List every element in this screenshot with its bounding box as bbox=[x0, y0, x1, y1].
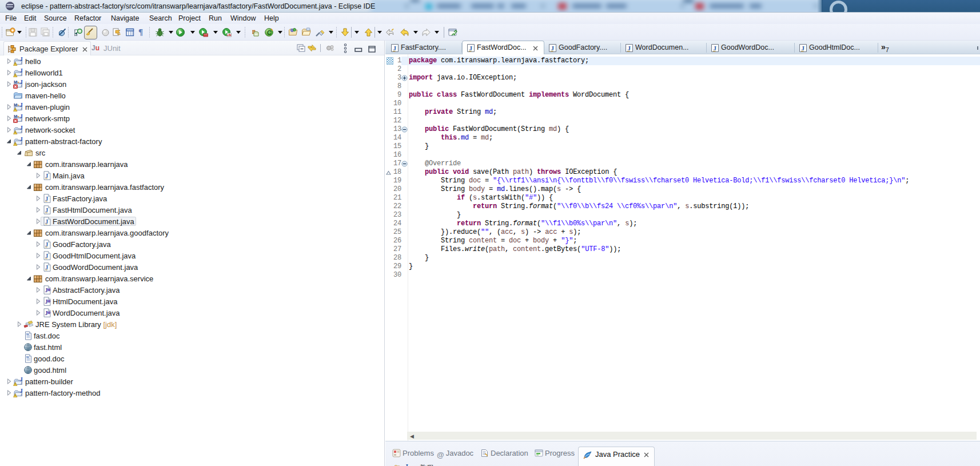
svg-text:J: J bbox=[45, 241, 48, 248]
svg-text:M: M bbox=[14, 79, 17, 85]
svg-text:J: J bbox=[469, 45, 473, 51]
svg-text:J: J bbox=[45, 287, 48, 293]
svg-text:J: J bbox=[20, 57, 23, 62]
svg-text:J: J bbox=[45, 196, 48, 202]
svg-text:J: J bbox=[20, 79, 23, 85]
svg-text:J: J bbox=[393, 45, 397, 51]
svg-text:J: J bbox=[20, 114, 23, 120]
svg-text:J: J bbox=[45, 298, 48, 305]
svg-text:J: J bbox=[45, 310, 48, 316]
svg-text:J: J bbox=[551, 45, 555, 51]
svg-text:J: J bbox=[45, 173, 48, 179]
svg-text:M: M bbox=[14, 102, 17, 107]
svg-text:C: C bbox=[267, 29, 272, 36]
svg-text:J: J bbox=[45, 264, 48, 270]
svg-text:J: J bbox=[802, 45, 805, 51]
svg-text:J: J bbox=[45, 253, 48, 259]
svg-text:J: J bbox=[45, 218, 48, 225]
svg-text:J: J bbox=[20, 137, 23, 142]
svg-text:M: M bbox=[14, 114, 17, 119]
svg-text:J: J bbox=[714, 45, 717, 51]
svg-text:J: J bbox=[20, 125, 23, 131]
svg-text:J: J bbox=[20, 377, 23, 383]
svg-text:J: J bbox=[20, 388, 23, 394]
svg-text:J: J bbox=[20, 68, 23, 74]
svg-text:J: J bbox=[20, 102, 23, 108]
svg-text:J: J bbox=[45, 207, 48, 213]
svg-text:J: J bbox=[628, 45, 631, 51]
